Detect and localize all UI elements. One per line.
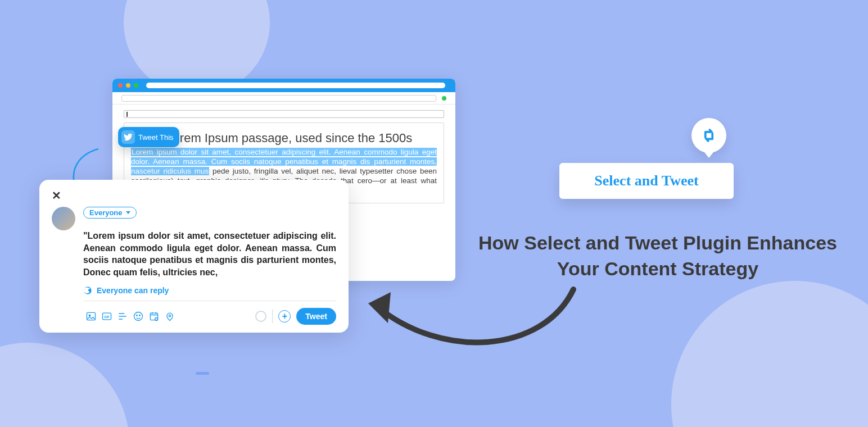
browser-toolbar [112,92,455,105]
status-dot-icon [442,96,446,101]
brand-name: Select and Tweet [594,172,698,189]
location-icon[interactable] [162,308,178,324]
globe-icon [83,286,92,295]
retweet-badge [691,118,726,153]
compose-text[interactable]: "Lorem ipsum dolor sit amet, consectetue… [83,230,336,278]
audience-label: Everyone [89,208,123,217]
traffic-max-icon [134,83,138,88]
svg-rect-0 [87,313,96,320]
headline: How Select and Tweet Plugin Enhances You… [467,230,849,282]
retweet-icon [700,127,717,144]
traffic-close-icon [118,83,123,88]
compose-toolbar: GIF + Tweet [83,308,336,325]
svg-point-6 [139,315,141,316]
gif-icon[interactable]: GIF [99,308,115,324]
svg-rect-7 [150,314,157,321]
divider [83,301,336,301]
chevron-down-icon [126,211,130,214]
emoji-icon[interactable] [130,308,146,324]
bg-circle [671,281,868,427]
page-address-field[interactable] [124,110,444,118]
svg-point-9 [169,315,170,317]
reply-label: Everyone can reply [97,286,169,295]
browser-titlebar [112,79,455,92]
close-icon[interactable]: ✕ [52,189,336,202]
schedule-icon[interactable] [146,308,162,324]
bg-circle [0,343,129,427]
twitter-icon [121,130,135,144]
image-icon[interactable] [83,308,99,324]
avatar [52,207,75,230]
url-field[interactable] [121,95,436,102]
brand-card: Select and Tweet [559,163,734,199]
tweet-this-button[interactable]: Tweet This [118,127,179,147]
svg-point-4 [134,312,143,321]
reply-settings[interactable]: Everyone can reply [83,286,336,295]
poll-icon[interactable] [115,308,130,324]
svg-text:GIF: GIF [104,315,110,319]
add-thread-button[interactable]: + [278,310,291,322]
audience-selector[interactable]: Everyone [83,207,137,219]
titlebar-pill [146,83,445,88]
tweet-button[interactable]: Tweet [296,308,336,325]
traffic-min-icon [126,83,130,88]
decorative-dash [196,372,209,375]
tweet-this-label: Tweet This [138,133,174,142]
swoosh-arrow-icon [351,275,587,373]
vertical-divider [272,310,273,323]
svg-point-5 [137,315,138,316]
svg-point-1 [89,315,91,316]
compose-dialog: ✕ Everyone "Lorem ipsum dolor sit amet, … [39,180,349,333]
char-count-ring-icon [255,311,266,322]
